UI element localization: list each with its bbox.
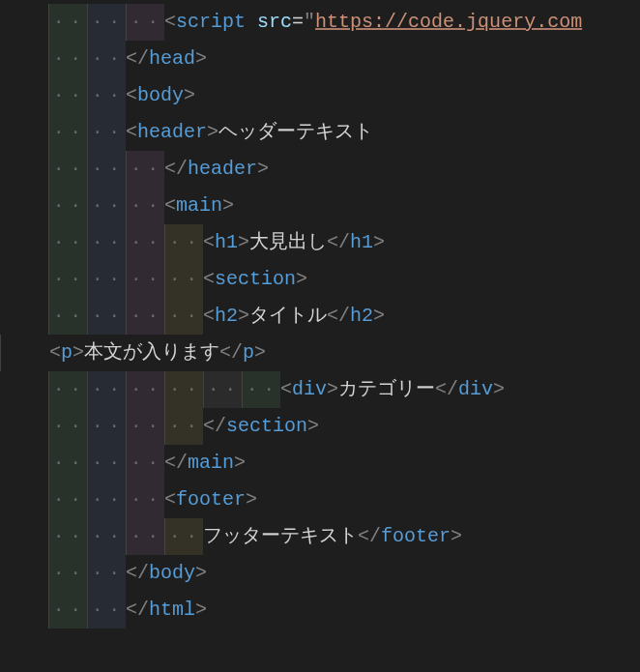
code-line[interactable]: ······<footer>	[0, 482, 640, 518]
indent-guide: ··	[48, 482, 87, 518]
code-text[interactable]: <body>	[126, 77, 195, 114]
code-line[interactable]: ····</head>	[0, 41, 640, 77]
code-text[interactable]: <footer>	[164, 482, 257, 518]
code-text[interactable]: </head>	[126, 41, 207, 77]
code-text[interactable]: <main>	[164, 188, 234, 224]
token-tag: main	[188, 452, 234, 474]
token-tag: body	[137, 84, 184, 106]
code-line[interactable]: ········<h1>大見出し</h1>	[0, 224, 640, 261]
token-tag: section	[226, 415, 307, 437]
code-text[interactable]: </html>	[126, 592, 207, 628]
indent-guide: ··	[48, 371, 87, 408]
indent-guides: ····	[0, 77, 126, 114]
indent-guide: ··	[126, 4, 164, 41]
code-line[interactable]: ····</html>	[0, 592, 640, 628]
indent-guides: ······	[0, 482, 164, 518]
indent-guide: ··	[87, 518, 126, 555]
token-tag: div	[458, 378, 493, 400]
indent-guide: ··	[87, 408, 126, 445]
code-line[interactable]: ········<section>	[0, 261, 640, 298]
code-line[interactable]: ········</section>	[0, 408, 640, 445]
indent-guide: ··	[87, 77, 126, 114]
indent-guides: ········	[0, 298, 203, 335]
token-tag: header	[188, 158, 257, 180]
token-br: </	[203, 415, 226, 437]
token-br: >	[222, 194, 234, 217]
token-br: >	[195, 599, 207, 621]
indent-guide: ··	[126, 224, 164, 261]
indent-guide: ··	[87, 188, 126, 224]
indent-guide: ··	[126, 408, 164, 445]
token-br: >	[238, 231, 249, 253]
token-tag: body	[149, 562, 195, 584]
code-line[interactable]: ······</main>	[0, 445, 640, 482]
token-tag: footer	[176, 488, 246, 511]
token-tag: html	[149, 599, 195, 621]
code-text[interactable]: <div>カテゴリー</div>	[280, 371, 505, 408]
code-text[interactable]: </main>	[164, 445, 246, 482]
indent-guide: ··	[87, 555, 126, 592]
indent-guides: ········	[0, 408, 203, 445]
indent-guide: ··	[48, 408, 87, 445]
indent-guide: ··	[126, 298, 164, 335]
indent-guide: ··	[48, 592, 87, 628]
indent-guide: ··	[126, 445, 164, 482]
token-br: </	[358, 525, 381, 547]
code-text[interactable]: <script src="https://code.jquery.com	[164, 4, 582, 41]
token-txt: 本文が入ります	[84, 341, 219, 364]
code-line[interactable]: ········フッターテキスト</footer>	[0, 518, 640, 555]
code-text[interactable]: フッターテキスト</footer>	[203, 518, 462, 555]
code-text[interactable]: <header>ヘッダーテキスト	[126, 114, 373, 151]
indent-guide: ··	[48, 151, 87, 188]
token-tag: head	[149, 47, 195, 70]
token-tag: footer	[381, 525, 451, 547]
code-text[interactable]: </header>	[164, 151, 269, 188]
indent-guide: ··	[164, 298, 203, 335]
code-text[interactable]: <h2>タイトル</h2>	[203, 298, 385, 335]
code-text[interactable]: <h1>大見出し</h1>	[203, 224, 385, 261]
token-txt: タイトル	[249, 305, 327, 327]
indent-guide: ··	[87, 224, 126, 261]
code-line[interactable]: ······<script src="https://code.jquery.c…	[0, 4, 640, 41]
token-br: >	[73, 341, 84, 364]
code-text[interactable]: </body>	[126, 555, 207, 592]
code-text[interactable]: <section>	[203, 261, 307, 298]
token-br: >	[207, 121, 218, 143]
token-br: </	[164, 158, 188, 180]
indent-guide: ··	[87, 371, 126, 408]
indent-guides: ······	[0, 4, 164, 41]
indent-guide: ··	[87, 298, 126, 335]
token-tag: div	[292, 378, 327, 400]
code-text[interactable]: <p>本文が入ります</p>	[49, 335, 266, 371]
token-br: >	[195, 47, 207, 70]
indent-guide: ··	[48, 518, 87, 555]
code-line[interactable]: ······</header>	[0, 151, 640, 188]
indent-guide: ··	[164, 261, 203, 298]
token-br: >	[195, 562, 207, 584]
token-br: >	[373, 305, 385, 327]
code-editor[interactable]: ······<script src="https://code.jquery.c…	[0, 0, 640, 628]
indent-guide: ··	[87, 114, 126, 151]
indent-guides: ············	[0, 371, 280, 408]
indent-guide: ··	[87, 445, 126, 482]
indent-guide: ··	[126, 261, 164, 298]
indent-guides: ······	[0, 151, 164, 188]
token-br: >	[493, 378, 505, 400]
indent-guide: ··	[87, 482, 126, 518]
indent-guide: ··	[164, 371, 203, 408]
code-line[interactable]: <p>本文が入ります</p>	[0, 335, 640, 371]
indent-guides: ····	[0, 592, 126, 628]
token-br: </	[126, 47, 149, 70]
code-line[interactable]: ····<header>ヘッダーテキスト	[0, 114, 640, 151]
token-tag: section	[215, 268, 296, 290]
code-line[interactable]: ········<h2>タイトル</h2>	[0, 298, 640, 335]
token-br: >	[234, 452, 246, 474]
token-br: </	[219, 341, 243, 364]
code-line[interactable]: ············<div>カテゴリー</div>	[0, 371, 640, 408]
code-text[interactable]: </section>	[203, 408, 319, 445]
code-line[interactable]: ····<body>	[0, 77, 640, 114]
indent-guides: ········	[0, 518, 203, 555]
code-line[interactable]: ······<main>	[0, 188, 640, 224]
code-line[interactable]: ····</body>	[0, 555, 640, 592]
token-br: <	[203, 305, 215, 327]
